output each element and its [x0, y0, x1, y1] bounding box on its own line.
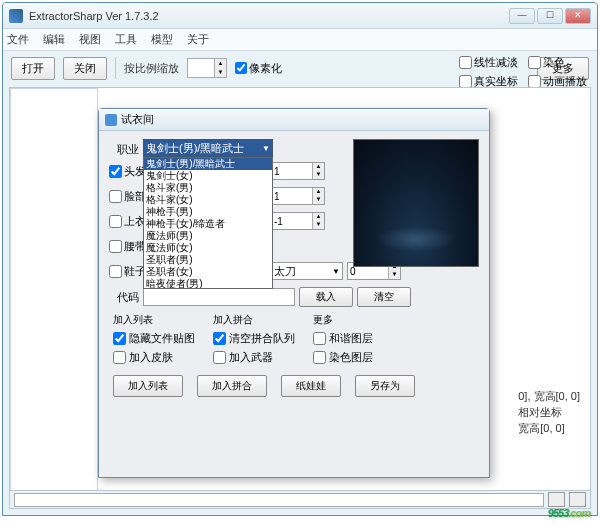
code-input[interactable]	[143, 288, 295, 306]
scale-label: 按比例缩放	[124, 61, 179, 76]
close-file-button[interactable]: 关闭	[63, 57, 107, 80]
info-line: 相对坐标	[518, 404, 580, 420]
scale-spinner[interactable]: ▲▼	[187, 58, 227, 78]
watermark: 9553.com	[548, 503, 590, 521]
load-button[interactable]: 载入	[299, 287, 353, 307]
minimize-button[interactable]: —	[509, 8, 535, 24]
close-button[interactable]: ✕	[565, 8, 591, 24]
harmony-layer-checkbox[interactable]: 和谐图层	[313, 331, 373, 346]
job-option[interactable]: 圣职者(男)	[144, 254, 272, 266]
up-icon[interactable]: ▲	[215, 59, 226, 68]
paper-doll-button[interactable]: 纸娃娃	[281, 375, 341, 397]
add-list-button[interactable]: 加入列表	[113, 375, 183, 397]
job-option[interactable]: 格斗家(男)	[144, 182, 272, 194]
add-skin-checkbox[interactable]: 加入皮肤	[113, 350, 195, 365]
cap-spinner[interactable]: ▲▼	[271, 162, 325, 180]
hide-file-img-checkbox[interactable]: 隐藏文件贴图	[113, 331, 195, 346]
maximize-button[interactable]: ☐	[537, 8, 563, 24]
dialog-icon	[105, 114, 117, 126]
menu-file[interactable]: 文件	[7, 32, 29, 47]
info-line: 宽高[0, 0]	[518, 420, 580, 436]
job-option[interactable]: 格斗家(女)	[144, 194, 272, 206]
job-option[interactable]: 鬼剑士(女)	[144, 170, 272, 182]
job-dropdown[interactable]: 鬼剑士(男)/黑暗武士 鬼剑士(女) 格斗家(男) 格斗家(女) 神枪手(男) …	[143, 157, 273, 289]
menu-view[interactable]: 视图	[79, 32, 101, 47]
separator	[115, 57, 116, 79]
section-more: 更多	[313, 313, 333, 327]
window-title: ExtractorSharp Ver 1.7.3.2	[29, 10, 509, 22]
linear-dim-checkbox[interactable]: 线性减淡	[459, 55, 518, 70]
dye-layer-checkbox[interactable]: 染色图层	[313, 350, 373, 365]
menu-edit[interactable]: 编辑	[43, 32, 65, 47]
job-option[interactable]: 圣职者(女)	[144, 266, 272, 278]
code-label: 代码	[109, 290, 139, 305]
job-option[interactable]: 鬼剑士(男)/黑暗武士	[144, 158, 272, 170]
info-line: 0], 宽高[0, 0]	[518, 388, 580, 404]
job-option[interactable]: 魔法师(女)	[144, 242, 272, 254]
pixelate-checkbox[interactable]: 像素化	[235, 61, 282, 76]
display-options: 线性减淡 染色 真实坐标 动画播放	[459, 55, 587, 89]
preview-area	[353, 139, 479, 267]
job-option[interactable]: 暗夜使者(男)	[144, 278, 272, 289]
file-tree[interactable]	[10, 88, 98, 492]
clear-button[interactable]: 清空	[357, 287, 411, 307]
add-merge-button[interactable]: 加入拼合	[197, 375, 267, 397]
dye-checkbox[interactable]: 染色	[528, 55, 587, 70]
section-add-list: 加入列表	[113, 313, 153, 327]
status-bar	[10, 490, 590, 508]
add-weapon-checkbox[interactable]: 加入武器	[213, 350, 295, 365]
clear-merge-queue-checkbox[interactable]: 清空拼合队列	[213, 331, 295, 346]
titlebar: ExtractorSharp Ver 1.7.3.2 — ☐ ✕	[3, 3, 597, 29]
job-option[interactable]: 神枪手(女)/缔造者	[144, 218, 272, 230]
info-panel: 0], 宽高[0, 0] 相对坐标 宽高[0, 0]	[518, 388, 580, 436]
job-option[interactable]: 神枪手(男)	[144, 206, 272, 218]
open-button[interactable]: 打开	[11, 57, 55, 80]
down-icon[interactable]: ▼	[215, 68, 226, 77]
fitting-room-dialog: 试衣间 职业 鬼剑士(男)/黑暗武士▼ 鬼剑士(男)/黑暗武士 鬼剑士(女) 格…	[98, 108, 490, 478]
job-label: 职业	[109, 139, 139, 157]
section-add-merge: 加入拼合	[213, 313, 253, 327]
chevron-down-icon: ▼	[262, 144, 270, 153]
chevron-down-icon: ▼	[332, 267, 340, 276]
dialog-title: 试衣间	[121, 112, 154, 127]
neck-spinner[interactable]: ▲▼	[271, 187, 325, 205]
pants-spinner[interactable]: ▲▼	[271, 212, 325, 230]
save-as-button[interactable]: 另存为	[355, 375, 415, 397]
dialog-titlebar[interactable]: 试衣间	[99, 109, 489, 131]
menu-tool[interactable]: 工具	[115, 32, 137, 47]
job-select[interactable]: 鬼剑士(男)/黑暗武士▼ 鬼剑士(男)/黑暗武士 鬼剑士(女) 格斗家(男) 格…	[143, 139, 273, 157]
app-icon	[9, 9, 23, 23]
weapon-type-select[interactable]: 太刀▼	[271, 262, 343, 280]
path-input[interactable]	[14, 493, 544, 507]
menubar: 文件 编辑 视图 工具 模型 关于	[3, 29, 597, 51]
menu-model[interactable]: 模型	[151, 32, 173, 47]
job-option[interactable]: 魔法师(男)	[144, 230, 272, 242]
scale-input[interactable]	[188, 59, 214, 77]
menu-about[interactable]: 关于	[187, 32, 209, 47]
